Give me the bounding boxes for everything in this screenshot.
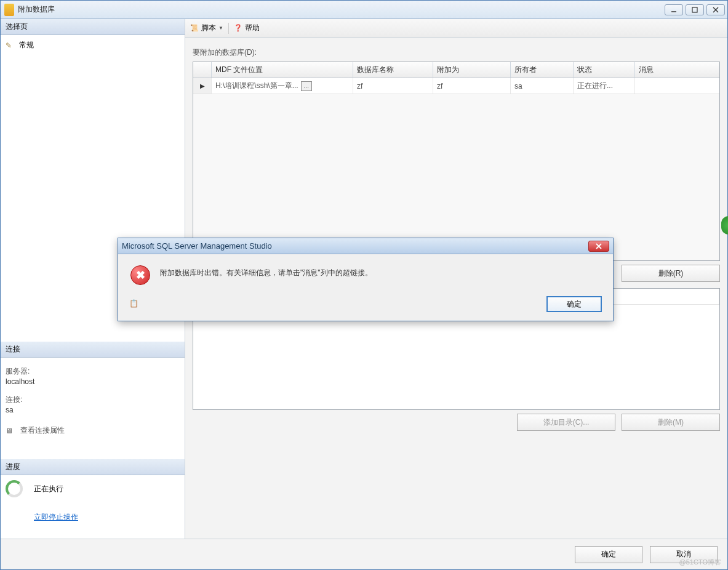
- server-value: localhost: [6, 377, 180, 386]
- grid-header: MDF 文件位置 数据库名称 附加为 所有者 状态 消息: [193, 62, 719, 78]
- page-general[interactable]: 常规: [6, 39, 180, 52]
- view-conn-label: 查看连接属性: [20, 425, 65, 436]
- close-button[interactable]: [706, 4, 725, 15]
- cell-owner[interactable]: sa: [511, 78, 574, 94]
- database-icon: [4, 4, 14, 16]
- footer: 确定 取消: [1, 539, 727, 569]
- col-status[interactable]: 状态: [574, 62, 635, 78]
- spinner-icon: [6, 480, 23, 497]
- remove-button[interactable]: 删除(R): [622, 265, 720, 282]
- col-owner[interactable]: 所有者: [511, 62, 574, 78]
- watermark: @51CTO博客: [679, 558, 721, 567]
- col-dbname[interactable]: 数据库名称: [353, 62, 433, 78]
- script-label: 脚本: [201, 23, 216, 33]
- conn-label: 连接:: [6, 395, 180, 405]
- script-button[interactable]: 📜 脚本 ▼: [190, 23, 223, 33]
- chevron-down-icon: ▼: [218, 25, 223, 31]
- copy-icon[interactable]: [129, 299, 139, 309]
- col-mdf[interactable]: MDF 文件位置: [212, 62, 353, 78]
- stop-link[interactable]: 立即停止操作: [34, 512, 180, 523]
- add-directory-button[interactable]: 添加目录(C)...: [517, 414, 615, 431]
- help-icon: ❓: [234, 24, 242, 33]
- svg-rect-1: [692, 7, 697, 12]
- dialog-title: Microsoft SQL Server Management Studio: [122, 241, 588, 251]
- view-connection-properties[interactable]: 查看连接属性: [6, 425, 180, 436]
- window-title: 附加数据库: [18, 4, 665, 15]
- dialog-titlebar: Microsoft SQL Server Management Studio: [118, 238, 613, 254]
- titlebar: 附加数据库: [1, 1, 727, 19]
- dialog-ok-button[interactable]: 确定: [546, 296, 602, 312]
- error-dialog: Microsoft SQL Server Management Studio ✖…: [118, 238, 614, 321]
- help-label: 帮助: [245, 23, 260, 33]
- conn-value: sa: [6, 406, 180, 414]
- dialog-close-button[interactable]: [588, 241, 609, 252]
- progress-text: 正在执行: [34, 484, 63, 494]
- browse-button[interactable]: …: [301, 81, 312, 91]
- table-row[interactable]: ▶ H:\培训课程\ssh\第一章...… zf zf sa 正在进行...: [193, 78, 719, 94]
- dialog-message: 附加数据库时出错。有关详细信息，请单击"消息"列中的超链接。: [160, 265, 372, 285]
- server-label: 服务器:: [6, 366, 180, 377]
- databases-label: 要附加的数据库(D):: [193, 47, 720, 58]
- dialog-footer: 确定: [118, 291, 613, 321]
- main-window: 附加数据库 选择页 常规 连接 服务器: localhost 连接: sa: [0, 0, 728, 570]
- remove-file-button[interactable]: 删除(M): [622, 414, 720, 431]
- cell-mdf: H:\培训课程\ssh\第一章...: [215, 81, 298, 91]
- toolbar-separator: [228, 23, 229, 34]
- page-general-label: 常规: [19, 40, 34, 50]
- col-msg[interactable]: 消息: [635, 62, 719, 78]
- error-icon: ✖: [130, 265, 150, 285]
- progress-body: 正在执行 立即停止操作: [1, 475, 185, 528]
- grid-empty-area: [193, 94, 719, 260]
- window-controls: [665, 4, 725, 15]
- databases-grid[interactable]: MDF 文件位置 数据库名称 附加为 所有者 状态 消息 ▶ H:\培训课程\s…: [193, 62, 720, 261]
- cell-dbname: zf: [353, 78, 433, 94]
- col-attachas[interactable]: 附加为: [433, 62, 511, 78]
- toolbar: 📜 脚本 ▼ ❓ 帮助: [185, 19, 727, 38]
- select-page-body: 常规: [1, 35, 185, 55]
- monitor-icon: [6, 427, 15, 435]
- connection-body: 服务器: localhost 连接: sa 查看连接属性: [1, 358, 185, 441]
- cell-status: 正在进行...: [574, 78, 635, 94]
- content: 要附加的数据库(D): MDF 文件位置 数据库名称 附加为 所有者 状态 消息…: [185, 38, 727, 436]
- cell-msg: [635, 78, 719, 94]
- connection-header: 连接: [1, 342, 185, 358]
- maximize-button[interactable]: [686, 4, 704, 15]
- script-icon: 📜: [190, 24, 199, 33]
- row-pointer-icon: ▶: [200, 82, 205, 89]
- progress-header: 进度: [1, 459, 185, 475]
- select-page-header: 选择页: [1, 19, 185, 35]
- help-button[interactable]: ❓ 帮助: [234, 23, 260, 33]
- cell-attachas[interactable]: zf: [433, 78, 511, 94]
- side-indicator-icon: [721, 216, 728, 235]
- dialog-body: ✖ 附加数据库时出错。有关详细信息，请单击"消息"列中的超链接。: [118, 254, 613, 291]
- page-icon: [6, 41, 15, 50]
- minimize-button[interactable]: [665, 4, 683, 15]
- ok-button[interactable]: 确定: [575, 546, 642, 563]
